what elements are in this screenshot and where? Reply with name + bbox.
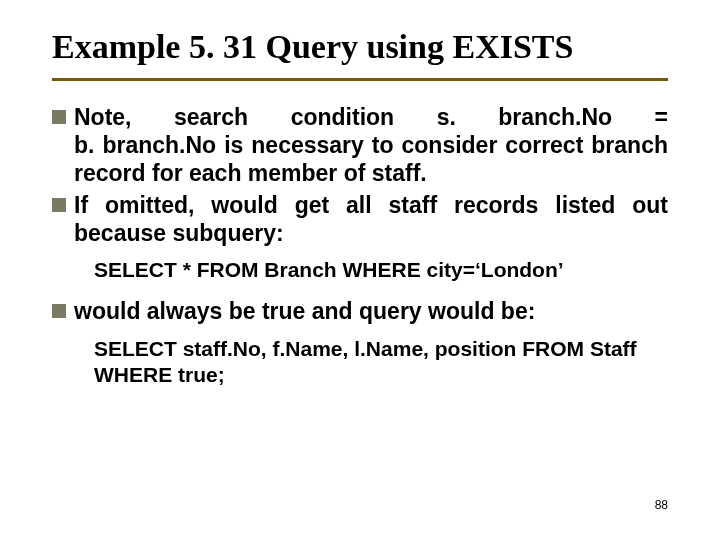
bullet-item: If omitted, would get all staff records … [52, 191, 668, 247]
code-line: WHERE true; [94, 362, 668, 388]
bullet-square-icon [52, 110, 66, 124]
code-block-2: SELECT staff.No, f.Name, l.Name, positio… [94, 336, 668, 389]
bullet-item: would always be true and query would be: [52, 297, 668, 325]
bullet-line-1: Note, search condition s. branch.No = [74, 103, 668, 131]
bullet-square-icon [52, 304, 66, 318]
bullet-rest: b. branch.No is necessary to consider co… [74, 131, 668, 187]
bullet-square-icon [52, 198, 66, 212]
title-text: Example 5. 31 Query using EXISTS [52, 28, 573, 65]
bullet-text: would always be true and query would be: [74, 297, 668, 325]
title-underline [52, 78, 668, 81]
code-line: SELECT staff.No, f.Name, l.Name, positio… [94, 336, 668, 362]
page-number: 88 [655, 498, 668, 512]
slide-title: Example 5. 31 Query using EXISTS [52, 28, 668, 66]
bullet-list: Note, search condition s. branch.No = b.… [52, 103, 668, 247]
bullet-text: Note, search condition s. branch.No = b.… [74, 103, 668, 187]
bullet-text: If omitted, would get all staff records … [74, 191, 668, 247]
slide: Example 5. 31 Query using EXISTS Note, s… [0, 0, 720, 540]
bullet-list-2: would always be true and query would be: [52, 297, 668, 325]
bullet-item: Note, search condition s. branch.No = b.… [52, 103, 668, 187]
code-block-1: SELECT * FROM Branch WHERE city=‘London’ [94, 257, 668, 283]
